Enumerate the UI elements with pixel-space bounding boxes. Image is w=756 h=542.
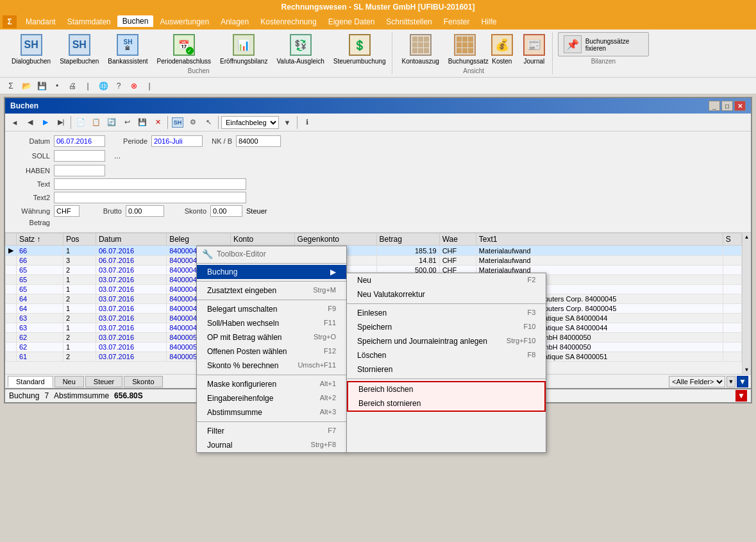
toolbar-buchungssatz[interactable]: Buchungssatz [444, 32, 485, 66]
tab-standard[interactable]: Standard [8, 376, 53, 387]
toolbar-kosten[interactable]: 💰 Kosten [487, 32, 517, 66]
menu-mandant[interactable]: Mandant [21, 16, 61, 28]
col-wae[interactable]: Wae [439, 233, 476, 246]
wtb-settings[interactable]: ⚙ [186, 115, 200, 130]
toolbar-journal[interactable]: 📰 Journal [519, 32, 550, 66]
toolbar-buchungssaetze-fixieren[interactable]: 📌 Buchungssätze fixieren [558, 32, 649, 56]
menu-schnittstellen[interactable]: Schnittstellen [381, 16, 437, 28]
scrollbar[interactable]: ▲ ▼ [742, 233, 751, 374]
wtb-undo[interactable]: ↩ [120, 115, 134, 130]
toolbar-dialogbuchen[interactable]: SH Dialogbuchen [8, 32, 55, 66]
menu-journal[interactable]: Journal Strg+F8 [197, 438, 346, 452]
menu-kostenrechnung[interactable]: Kostenrechnung [255, 16, 321, 28]
wtb-back[interactable]: ◄ [8, 115, 22, 130]
tb-question[interactable]: ? [112, 79, 126, 93]
wtb-dropdown[interactable]: ▼ [280, 115, 294, 130]
tab-skonto[interactable]: Skonto [124, 376, 162, 387]
tb-print[interactable]: 🖨 [65, 79, 80, 93]
brutto-input[interactable] [126, 205, 164, 217]
text-input[interactable] [54, 178, 246, 190]
filter-dropdown-btn[interactable]: ▼ [727, 376, 735, 387]
menu-hilfe[interactable]: Hilfe [476, 16, 501, 28]
tab-neu[interactable]: Neu [55, 376, 84, 387]
menu-op-betrag[interactable]: OP mit Betrag wählen Strg+O [197, 330, 346, 344]
menu-zusatztext[interactable]: Zusatztext eingeben Strg+M [197, 284, 346, 298]
menu-offene-posten[interactable]: Offenen Posten wählen F12 [197, 344, 346, 359]
submenu-bereich-stornieren[interactable]: Bereich stornieren [348, 396, 544, 411]
submenu-einlesen[interactable]: Einlesen F3 [347, 306, 546, 320]
toolbar-periodenabschluss[interactable]: 📅 ✓ Periodenabschluss [153, 32, 215, 66]
beleg-type-select[interactable]: Einfachbeleg [221, 116, 279, 129]
wtb-cursor[interactable]: ↖ [201, 115, 215, 130]
menu-belegart[interactable]: Belegart umschalten F9 [197, 302, 346, 316]
tb-open[interactable]: 📂 [19, 79, 33, 93]
col-satz[interactable]: Satz ↑ [17, 233, 63, 246]
menu-eingabe-reihenfolge[interactable]: Eingabereihenfolge Alt+2 [197, 391, 346, 405]
periode-input[interactable] [151, 135, 203, 147]
skonto-input[interactable] [210, 205, 242, 217]
wtb-save2[interactable]: 💾 [135, 115, 149, 130]
nk-input[interactable] [236, 135, 281, 147]
win-close[interactable]: ✕ [734, 101, 746, 111]
status-filter-icon[interactable]: ▼ [735, 390, 747, 402]
menu-auswertungen[interactable]: Auswertungen [155, 16, 214, 28]
tb-icon-sigma[interactable]: Σ [4, 79, 18, 93]
field-filter-select[interactable]: <Alle Felder> [669, 376, 725, 387]
wtb-play[interactable]: ▶ [38, 115, 53, 130]
menu-skonto-berechnen[interactable]: Skonto % berechnen Umsch+F11 [197, 359, 346, 373]
col-konto[interactable]: Konto [230, 233, 294, 246]
col-beleg[interactable]: Beleg [167, 233, 231, 246]
col-betrag[interactable]: Betrag [376, 233, 439, 246]
wtb-copy[interactable]: 📋 [89, 115, 103, 130]
col-pos[interactable]: Pos [63, 233, 96, 246]
tb-dot-menu[interactable]: • [50, 79, 64, 93]
col-datum[interactable]: Datum [96, 233, 166, 246]
wtb-forward[interactable]: ▶| [54, 115, 68, 130]
col-gegenkonto[interactable]: Gegenkonto [294, 233, 376, 246]
toolbar-steuerumbuchung[interactable]: 💲 Steuerumbuchung [330, 32, 390, 66]
submenu-speichern-journal[interactable]: Speichern und Journaleintrag anlegen Str… [347, 334, 546, 348]
soll-input[interactable] [54, 150, 105, 162]
tb-globe[interactable]: 🌐 [96, 79, 110, 93]
wtb-new[interactable]: 📄 [74, 115, 88, 130]
menu-anlagen[interactable]: Anlagen [215, 16, 254, 28]
submenu-bereich-loeschen[interactable]: Bereich löschen [348, 382, 544, 396]
submenu-loeschen[interactable]: Löschen F8 [347, 348, 546, 362]
tab-steuer[interactable]: Steuer [85, 376, 122, 387]
submenu-neu-valuta[interactable]: Neu Valutakorrektur [347, 287, 546, 301]
tb-save[interactable]: 💾 [35, 79, 49, 93]
haben-input[interactable] [54, 165, 105, 176]
submenu-neu[interactable]: Neu F2 [347, 273, 546, 287]
datum-input[interactable] [54, 135, 105, 147]
submenu-speichern[interactable]: Speichern F10 [347, 320, 546, 334]
menu-fenster[interactable]: Fenster [439, 16, 475, 28]
toolbar-bankassistent[interactable]: SH 🏛 Bankassistent [104, 32, 151, 66]
submenu-stornieren[interactable]: Stornieren [347, 362, 546, 377]
win-maximize[interactable]: □ [721, 101, 733, 111]
waehrung-input[interactable] [54, 205, 80, 217]
toolbar-stapelbuchen[interactable]: SH Stapelbuchen [56, 32, 103, 66]
col-text1[interactable]: Text1 [476, 233, 723, 246]
filter-icon[interactable]: ▼ [737, 376, 748, 387]
menu-filter[interactable]: Filter F7 [197, 424, 346, 438]
app-logo[interactable]: Σ [3, 15, 17, 28]
menu-abstimmsumme[interactable]: Abstimmsumme Alt+3 [197, 405, 346, 419]
tb-stop[interactable]: ⊗ [127, 79, 141, 93]
menu-sollhaben[interactable]: Soll/Haben wechseln F11 [197, 316, 346, 330]
col-s[interactable]: S [723, 233, 741, 246]
menu-stammdaten[interactable]: Stammdaten [62, 16, 116, 28]
wtb-sh-icon[interactable]: SH [171, 115, 185, 130]
wtb-refresh[interactable]: 🔄 [105, 115, 119, 130]
menu-maske[interactable]: Maske konfigurieren Alt+1 [197, 377, 346, 391]
menu-buchen[interactable]: Buchen [117, 15, 154, 28]
text2-input[interactable] [54, 192, 246, 203]
win-minimize[interactable]: _ [709, 101, 720, 111]
menu-buchung[interactable]: Buchung ▶ [197, 265, 346, 279]
toolbar-valuta[interactable]: 💱 Valuta-Ausgleich [273, 32, 328, 66]
toolbar-eroeffnungsbilanz[interactable]: 📊 Eröffnungsbilanz [216, 32, 271, 66]
wtb-back2[interactable]: ◀ [23, 115, 37, 130]
wtb-info[interactable]: ℹ [300, 115, 314, 130]
toolbar-kontoauszug[interactable]: Kontoauszug [398, 32, 442, 66]
menu-eigene-daten[interactable]: Eigene Daten [323, 16, 380, 28]
wtb-delete[interactable]: ✕ [151, 115, 165, 130]
